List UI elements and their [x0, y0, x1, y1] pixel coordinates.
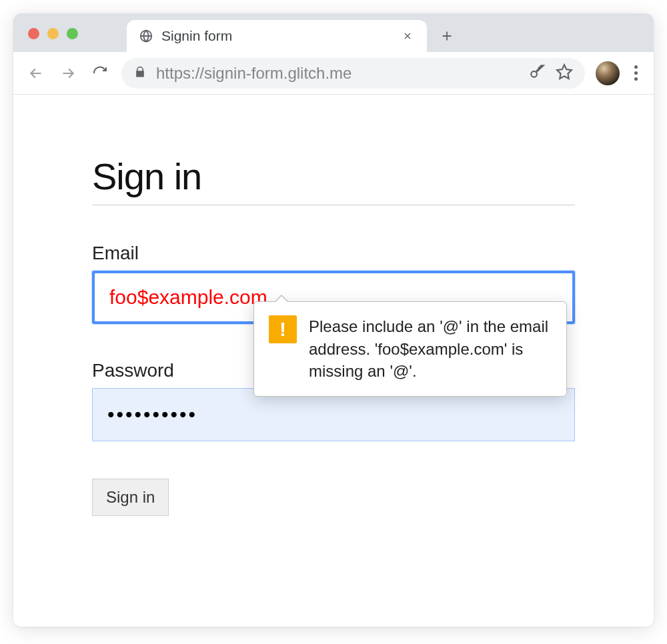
window-controls: [28, 28, 78, 39]
new-tab-button[interactable]: [434, 23, 460, 49]
forward-button[interactable]: [57, 63, 79, 84]
back-button[interactable]: [25, 63, 47, 84]
tab-title: Signin form: [161, 28, 392, 44]
browser-window: Signin form https://signin-: [13, 13, 654, 627]
window-zoom-button[interactable]: [67, 28, 78, 39]
url-text: https://signin-form.glitch.me: [156, 64, 520, 83]
window-minimize-button[interactable]: [47, 28, 59, 39]
reload-button[interactable]: [89, 63, 111, 84]
profile-avatar[interactable]: [596, 61, 620, 85]
page-title: Sign in: [92, 155, 575, 205]
lock-icon: [133, 65, 147, 81]
signin-button[interactable]: Sign in: [92, 479, 169, 516]
window-close-button[interactable]: [28, 28, 39, 39]
address-bar: https://signin-form.glitch.me: [13, 52, 654, 95]
svg-point-1: [531, 71, 537, 77]
close-icon[interactable]: [400, 29, 415, 43]
browser-tab[interactable]: Signin form: [127, 20, 427, 52]
tab-strip: Signin form: [13, 13, 654, 52]
globe-icon: [139, 29, 153, 43]
browser-menu-button[interactable]: [630, 61, 642, 85]
warning-icon: !: [269, 315, 297, 343]
key-icon[interactable]: [529, 63, 546, 83]
omnibox[interactable]: https://signin-form.glitch.me: [121, 58, 585, 89]
validation-tooltip: ! Please include an '@' in the email add…: [253, 301, 567, 397]
validation-message: Please include an '@' in the email addre…: [309, 315, 552, 383]
star-icon[interactable]: [556, 63, 573, 83]
email-label: Email: [92, 243, 575, 264]
